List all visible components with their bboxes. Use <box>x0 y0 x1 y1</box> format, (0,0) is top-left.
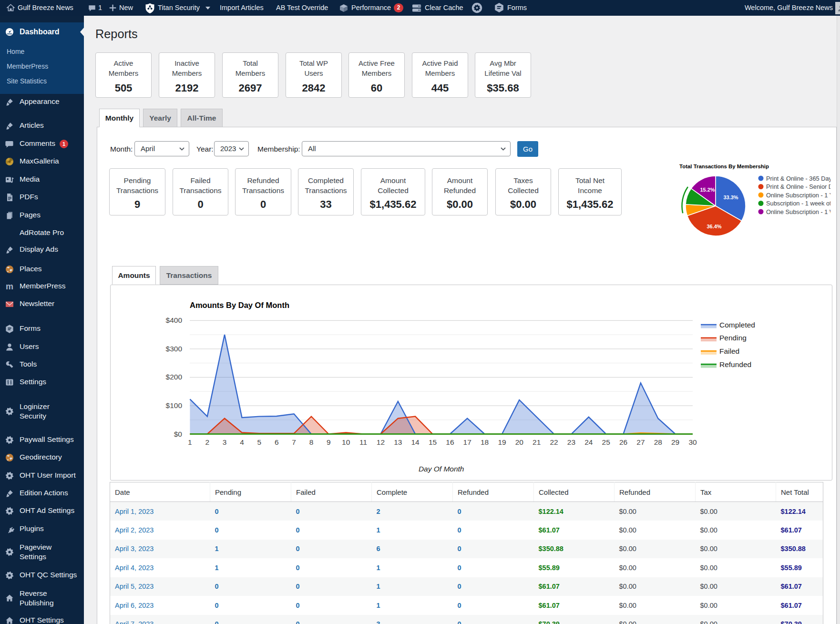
svg-text:4: 4 <box>240 438 244 446</box>
svg-text:1: 1 <box>188 438 192 446</box>
svg-text:24: 24 <box>584 438 593 446</box>
svg-text:Online Subscription - 1 We: Online Subscription - 1 We <box>766 208 830 215</box>
svg-text:36.4%: 36.4% <box>707 224 721 229</box>
svg-text:3: 3 <box>223 438 227 446</box>
svg-text:15: 15 <box>429 438 437 446</box>
svg-text:$100: $100 <box>166 401 183 409</box>
svg-text:20: 20 <box>515 438 524 446</box>
svg-text:33.3%: 33.3% <box>723 194 738 200</box>
svg-text:$0: $0 <box>174 430 183 438</box>
svg-text:Refunded: Refunded <box>719 360 751 368</box>
svg-text:12: 12 <box>377 438 385 446</box>
svg-text:m: m <box>6 282 13 291</box>
svg-text:26: 26 <box>619 438 627 446</box>
svg-text:21: 21 <box>533 438 541 446</box>
svg-text:Print & Online - 365 Days a: Print & Online - 365 Days a <box>766 175 830 182</box>
svg-text:18: 18 <box>481 438 489 446</box>
svg-text:28: 28 <box>654 438 662 446</box>
svg-text:8: 8 <box>309 438 314 446</box>
svg-text:29: 29 <box>671 438 679 446</box>
svg-text:Amounts By Day Of Month: Amounts By Day Of Month <box>190 301 289 309</box>
svg-text:30: 30 <box>688 438 697 446</box>
svg-text:5: 5 <box>257 438 262 446</box>
svg-text:19: 19 <box>498 438 506 446</box>
svg-text:14: 14 <box>411 438 420 446</box>
svg-text:13: 13 <box>394 438 402 446</box>
svg-text:Subscription - 1 week of: Subscription - 1 week of <box>766 200 830 207</box>
svg-text:11: 11 <box>359 438 367 446</box>
svg-text:$300: $300 <box>166 345 183 353</box>
svg-text:9: 9 <box>327 438 331 446</box>
svg-text:Online Subscription - 1 Ye: Online Subscription - 1 Ye <box>766 192 830 199</box>
svg-text:23: 23 <box>567 438 575 446</box>
svg-text:Failed: Failed <box>719 347 739 355</box>
svg-text:Day Of Month: Day Of Month <box>419 465 464 473</box>
svg-text:Completed: Completed <box>719 321 755 329</box>
svg-text:16: 16 <box>446 438 454 446</box>
svg-text:22: 22 <box>550 438 558 446</box>
svg-text:$200: $200 <box>166 373 183 381</box>
svg-text:15.2%: 15.2% <box>700 187 715 193</box>
svg-text:25: 25 <box>602 438 610 446</box>
svg-text:Pending: Pending <box>719 334 747 342</box>
svg-text:7: 7 <box>292 438 296 446</box>
svg-text:10: 10 <box>342 438 350 446</box>
svg-text:2: 2 <box>205 438 209 446</box>
svg-text:17: 17 <box>463 438 471 446</box>
svg-text:27: 27 <box>636 438 645 446</box>
svg-text:$400: $400 <box>166 316 183 324</box>
svg-text:Print & Online - Senior Dis: Print & Online - Senior Dis <box>766 183 830 190</box>
svg-text:6: 6 <box>275 438 279 446</box>
svg-text:Total Transactions By Membersh: Total Transactions By Membership <box>679 164 769 169</box>
